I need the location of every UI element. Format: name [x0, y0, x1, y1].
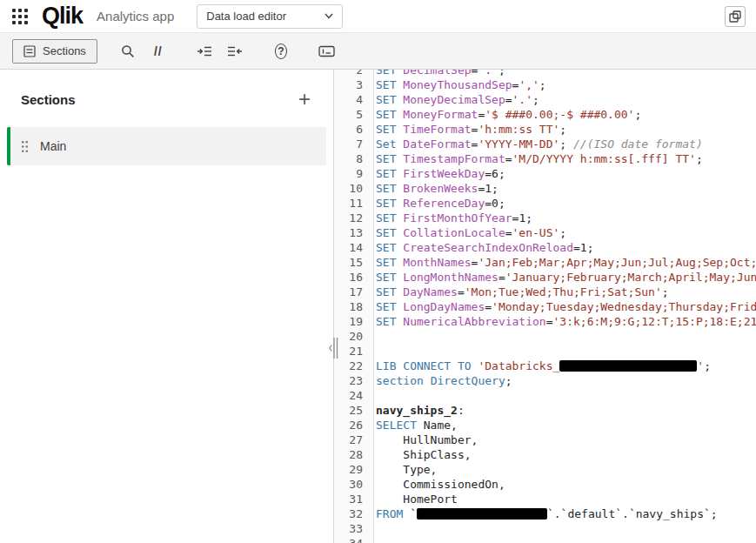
- help-button[interactable]: ?: [270, 40, 292, 63]
- keyboard-shortcuts-button[interactable]: [316, 40, 338, 63]
- line-number: 28: [334, 447, 369, 462]
- line-number: 26: [334, 418, 369, 432]
- view-selector-value: Data load editor: [206, 10, 286, 23]
- search-button[interactable]: [117, 40, 139, 63]
- indent-button[interactable]: [193, 40, 216, 63]
- line-number: 10: [334, 181, 369, 196]
- code-line-text: [369, 344, 376, 359]
- line-number: 15: [334, 255, 369, 270]
- line-number: 11: [334, 196, 369, 211]
- code-line-text: [369, 329, 376, 344]
- code-line[interactable]: 6SET TimeFormat='h:mm:ss TT';: [334, 122, 756, 137]
- line-number: 13: [334, 225, 369, 240]
- code-line[interactable]: 20: [334, 329, 756, 344]
- line-number: 22: [334, 359, 369, 373]
- line-number: 32: [334, 506, 369, 521]
- view-selector-dropdown[interactable]: Data load editor: [197, 4, 343, 29]
- sections-toggle-button[interactable]: Sections: [12, 39, 97, 64]
- line-number: 9: [334, 166, 369, 181]
- sections-button-label: Sections: [43, 44, 86, 57]
- code-line[interactable]: 5SET MoneyFormat='$ ###0.00;-$ ###0.00';: [334, 107, 756, 122]
- section-item-label: Main: [40, 139, 66, 153]
- code-line[interactable]: 18SET LongDayNames='Monday;Tuesday;Wedne…: [334, 299, 756, 314]
- code-line[interactable]: 11SET ReferenceDay=0;: [334, 196, 756, 211]
- outdent-icon: [227, 45, 243, 57]
- code-line[interactable]: 7Set DateFormat='YYYY-MM-DD'; //(ISO dat…: [334, 137, 756, 151]
- code-line-text: SET NumericalAbbreviation='3:k;6:M;9:G;1…: [369, 314, 756, 329]
- code-lines: 2SET DecimalSep='.';3SET MoneyThousandSe…: [334, 70, 756, 543]
- line-number: 24: [334, 388, 369, 403]
- comment-toggle-button[interactable]: //: [147, 40, 170, 63]
- line-number: 21: [334, 344, 369, 359]
- sections-panel: Sections + Main: [0, 70, 334, 543]
- code-line[interactable]: 33: [334, 521, 756, 536]
- code-line[interactable]: 2SET DecimalSep='.';: [334, 70, 756, 77]
- code-line[interactable]: 10SET BrokenWeeks=1;: [334, 181, 756, 196]
- app-title: Analytics app: [97, 9, 174, 23]
- top-header: Qlik Analytics app Data load editor: [0, 0, 756, 33]
- code-line[interactable]: 13SET CollationLocale='en-US';: [334, 225, 756, 240]
- code-line[interactable]: 4SET MoneyDecimalSep='.';: [334, 92, 756, 107]
- line-number: 34: [334, 536, 369, 543]
- code-line[interactable]: 24: [334, 388, 756, 403]
- code-line[interactable]: 31 HomePort: [334, 492, 756, 506]
- line-number: 20: [334, 329, 369, 344]
- outdent-button[interactable]: [224, 40, 246, 63]
- editor-toolbar: Sections // ?: [0, 33, 756, 70]
- code-line[interactable]: 21: [334, 344, 756, 359]
- code-line-text: FROM ``.`default`.`navy_ships`;: [369, 506, 718, 521]
- line-number: 3: [334, 77, 369, 92]
- code-line[interactable]: 3SET MoneyThousandSep=',';: [334, 77, 756, 92]
- code-line[interactable]: 34: [334, 536, 756, 543]
- line-number: 23: [334, 373, 369, 388]
- code-line-text: SET LongMonthNames='January;February;Mar…: [369, 270, 756, 285]
- line-number: 18: [334, 299, 369, 314]
- chevron-down-icon: [324, 13, 333, 19]
- line-number: 19: [334, 314, 369, 329]
- line-number: 29: [334, 462, 369, 477]
- code-line[interactable]: 32FROM ``.`default`.`navy_ships`;: [334, 506, 756, 521]
- line-number: 27: [334, 432, 369, 447]
- line-number: 14: [334, 240, 369, 255]
- add-section-button[interactable]: +: [297, 90, 312, 108]
- code-line[interactable]: 27 HullNumber,: [334, 432, 756, 447]
- code-line[interactable]: 12SET FirstMonthOfYear=1;: [334, 211, 756, 225]
- code-line[interactable]: 30 CommissionedOn,: [334, 477, 756, 492]
- code-line[interactable]: 25navy_ships_2:: [334, 403, 756, 418]
- code-line-text: SET DayNames='Mon;Tue;Wed;Thu;Fri;Sat;Su…: [369, 285, 669, 299]
- code-line[interactable]: 8SET TimestampFormat='M/D/YYYY h:mm:ss[.…: [334, 151, 756, 166]
- panel-resize-handle[interactable]: [327, 335, 339, 361]
- section-item-main[interactable]: Main: [7, 127, 326, 165]
- panel-toggle-button[interactable]: [725, 6, 746, 27]
- code-line[interactable]: 19SET NumericalAbbreviation='3:k;6:M;9:G…: [334, 314, 756, 329]
- code-line[interactable]: 22LIB CONNECT TO 'Databricks_';: [334, 359, 756, 373]
- code-line-text: SET ReferenceDay=0;: [369, 196, 505, 211]
- qlik-logo[interactable]: Qlik: [42, 4, 83, 28]
- code-line-text: SET TimeFormat='h:mm:ss TT';: [369, 122, 566, 137]
- line-number: 31: [334, 492, 369, 506]
- code-line[interactable]: 15SET MonthNames='Jan;Feb;Mar;Apr;May;Ju…: [334, 255, 756, 270]
- code-line-text: SET DecimalSep='.';: [369, 70, 505, 77]
- line-number: 30: [334, 477, 369, 492]
- code-line-text: [369, 521, 376, 536]
- code-line[interactable]: 28 ShipClass,: [334, 447, 756, 462]
- code-line[interactable]: 14SET CreateSearchIndexOnReload=1;: [334, 240, 756, 255]
- line-number: 17: [334, 285, 369, 299]
- code-line[interactable]: 16SET LongMonthNames='January;February;M…: [334, 270, 756, 285]
- code-line-text: SET MoneyFormat='$ ###0.00;-$ ###0.00';: [369, 107, 641, 122]
- indent-icon: [197, 45, 212, 57]
- code-line[interactable]: 9SET FirstWeekDay=6;: [334, 166, 756, 181]
- code-editor[interactable]: 2SET DecimalSep='.';3SET MoneyThousandSe…: [334, 70, 756, 543]
- code-line-text: Type,: [369, 462, 437, 477]
- line-number: 6: [334, 122, 369, 137]
- line-number: 25: [334, 403, 369, 418]
- code-line[interactable]: 26SELECT Name,: [334, 418, 756, 432]
- code-line[interactable]: 17SET DayNames='Mon;Tue;Wed;Thu;Fri;Sat;…: [334, 285, 756, 299]
- code-line[interactable]: 23section DirectQuery;: [334, 373, 756, 388]
- app-launcher-icon[interactable]: [10, 7, 30, 26]
- main-content: Sections + Main: [0, 70, 756, 543]
- drag-handle-icon[interactable]: [21, 140, 29, 153]
- code-line[interactable]: 29 Type,: [334, 462, 756, 477]
- line-number: 4: [334, 92, 369, 107]
- code-line-text: SELECT Name,: [369, 418, 458, 432]
